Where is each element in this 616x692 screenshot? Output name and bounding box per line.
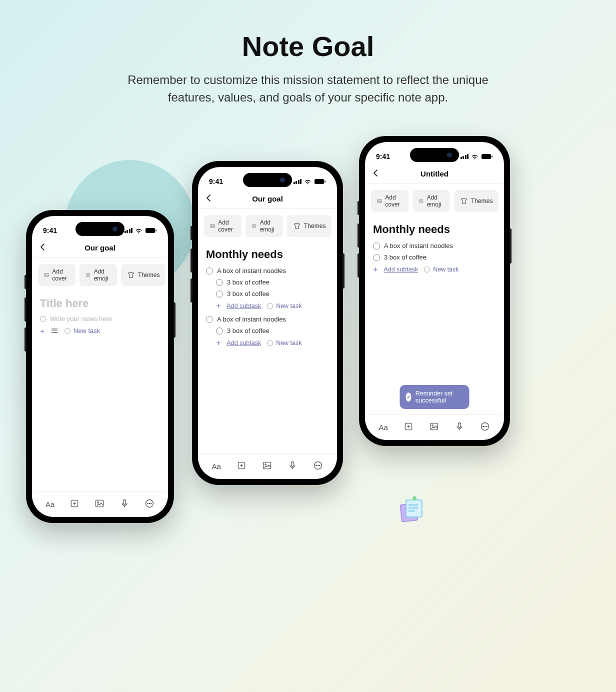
task-item[interactable]: A box of instant noodles [206,316,329,323]
image-button[interactable] [94,498,104,510]
nav-title: Untitled [420,170,448,178]
dynamic-island [410,148,459,162]
subtask-item[interactable]: 3 box of coffee [216,278,329,286]
radio-empty[interactable] [216,328,223,334]
task-item[interactable]: A box of instant noodles [206,267,329,274]
image-button[interactable] [262,460,272,472]
new-task-link[interactable]: New task [276,340,302,346]
svg-rect-11 [124,500,126,504]
task-item[interactable]: A box of instant noodles [373,242,496,250]
add-cover-chip[interactable]: Add cover [38,264,76,286]
subtask-item[interactable]: 3 box of coffee [216,290,329,298]
subtask-label: 3 box of coffee [227,278,270,286]
wifi-icon [471,154,478,160]
more-button[interactable] [313,460,323,472]
hero-subtitle: Remember to customize this mission state… [118,72,498,106]
new-task-link[interactable]: New task [276,302,302,310]
back-button[interactable] [40,242,45,254]
back-button[interactable] [206,193,211,204]
themes-chip[interactable]: Themes [287,215,332,237]
svg-rect-33 [482,154,491,159]
svg-rect-35 [378,200,382,203]
radio-empty[interactable] [373,242,380,250]
image-icon [210,222,215,230]
radio-empty[interactable] [64,328,70,334]
text-format-button[interactable]: Aa [46,500,54,508]
mic-button[interactable] [454,422,464,434]
svg-point-45 [483,426,484,426]
new-task-link[interactable]: New task [433,266,458,273]
menu-icon[interactable] [52,328,58,333]
add-subtask-link[interactable]: Add subtask [384,266,418,273]
title-input-placeholder[interactable]: Title here [40,297,160,310]
plus-icon[interactable]: + [216,338,220,348]
chip-row: Add cover Add emoji Themes [32,258,168,290]
chip-label: Themes [138,272,160,278]
chip-label: Add cover [52,268,70,282]
radio-empty[interactable] [424,266,430,272]
notes-placeholder[interactable]: Write your notes here [50,315,112,322]
radio-empty[interactable] [267,303,273,309]
task-label: A box of instant noodles [384,242,453,250]
radio-empty[interactable] [267,340,273,346]
radio-empty[interactable] [206,268,213,274]
task-label: A box of instant noodles [217,267,286,274]
image-icon [377,197,382,205]
wifi-icon [304,179,312,184]
svg-point-32 [474,158,476,159]
radio-empty[interactable] [40,316,46,322]
note-title[interactable]: Monthly needs [373,223,496,236]
chip-row: Add cover Add emoji Themes [365,184,504,216]
chip-label: Add cover [218,219,236,233]
svg-rect-2 [156,230,156,232]
add-emoji-chip[interactable]: Add emoji [412,190,450,212]
radio-empty[interactable] [206,316,213,323]
phone-mockup-1: 9:41 Our goal Add cover Add emoji [26,210,174,523]
more-button[interactable] [144,498,154,510]
mic-button[interactable] [120,498,130,510]
mic-button[interactable] [288,460,298,472]
status-time: 9:41 [43,226,57,234]
note-title[interactable]: Monthly needs [206,248,329,261]
chip-label: Add emoji [94,268,111,282]
radio-empty[interactable] [373,254,380,261]
text-format-button[interactable]: Aa [212,462,221,470]
task-item[interactable]: 3 box of coffee [373,254,496,261]
plus-icon[interactable]: + [216,302,220,310]
themes-chip[interactable]: Themes [454,190,498,212]
plus-icon[interactable]: + [40,326,44,335]
themes-chip[interactable]: Themes [121,264,166,286]
svg-rect-25 [264,462,271,468]
add-subtask-link[interactable]: Add subtask [226,340,261,346]
svg-point-14 [149,503,150,504]
add-block-button[interactable] [70,498,80,510]
hero: Note Goal Remember to customize this mis… [0,0,616,106]
add-emoji-chip[interactable]: Add emoji [80,264,117,286]
status-time: 9:41 [209,178,223,186]
signal-icon [460,154,469,159]
text-format-button[interactable]: Aa [379,423,388,432]
new-task-link[interactable]: New task [74,327,100,334]
back-button[interactable] [373,168,378,180]
subtask-item[interactable]: 3 box of coffee [216,327,329,334]
plus-icon[interactable]: + [373,265,378,274]
svg-rect-19 [210,224,214,228]
svg-rect-18 [324,180,326,182]
nav-bar: Our goal [198,189,337,209]
svg-rect-1 [146,228,155,233]
add-emoji-chip[interactable]: Add emoji [246,215,283,237]
dynamic-island [76,222,124,236]
svg-point-29 [316,465,316,466]
add-subtask-link[interactable]: Add subtask [226,302,261,310]
nav-title: Our goal [252,194,283,203]
add-cover-chip[interactable]: Add cover [204,215,242,237]
radio-empty[interactable] [216,290,223,298]
svg-point-36 [378,200,379,200]
add-block-button[interactable] [236,460,246,472]
add-block-button[interactable] [404,422,414,434]
radio-empty[interactable] [216,279,223,286]
more-button[interactable] [480,422,490,434]
add-cover-chip[interactable]: Add cover [371,190,408,212]
task-label: 3 box of coffee [384,254,426,261]
image-button[interactable] [429,422,439,434]
